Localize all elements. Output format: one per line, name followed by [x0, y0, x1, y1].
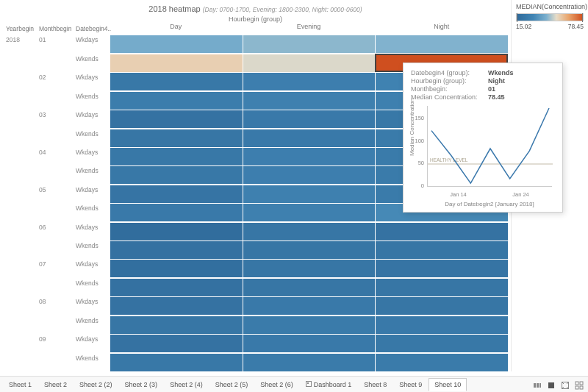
dategroup-label: Wkends	[73, 129, 110, 147]
heatmap-cell[interactable]	[110, 240, 243, 259]
dategroup-label: Wkdays	[73, 296, 110, 315]
month-label	[36, 54, 73, 72]
heatmap-cell[interactable]	[243, 259, 376, 277]
heatmap-cell[interactable]	[243, 240, 376, 259]
heatmap-cell[interactable]	[375, 35, 508, 53]
heatmap-cell[interactable]	[243, 203, 376, 221]
heatmap-cell[interactable]	[110, 35, 243, 53]
dashboard-icon	[306, 381, 312, 387]
heatmap-row	[110, 334, 508, 352]
tooltip-chart: Median Concentration 0 50 100 150 HEALTH…	[411, 104, 558, 207]
year-label	[3, 353, 36, 371]
show-filmstrip-icon[interactable]	[532, 380, 542, 390]
column-titles: Day Evening Night	[110, 23, 508, 35]
sheet-tab[interactable]: Sheet 2 (3)	[119, 378, 164, 391]
dategroup-label: Wkdays	[73, 35, 110, 53]
sheet-tab[interactable]: Sheet 10	[429, 378, 467, 391]
year-label	[3, 316, 36, 334]
dategroup-label: Wkdays	[73, 72, 110, 90]
year-label	[3, 222, 36, 240]
month-label: 05	[36, 185, 73, 203]
year-label	[3, 147, 36, 165]
heatmap-cell[interactable]	[110, 110, 243, 128]
sheet-tab[interactable]: Sheet 1	[3, 378, 37, 391]
heatmap-cell[interactable]	[110, 185, 243, 203]
heatmap-row	[110, 259, 508, 277]
heatmap-cell[interactable]	[375, 259, 508, 277]
heatmap-cell[interactable]	[243, 222, 376, 240]
month-label	[36, 91, 73, 110]
svg-rect-7	[576, 382, 578, 385]
heatmap-cell[interactable]	[243, 54, 376, 72]
heatmap-cell[interactable]	[243, 72, 376, 90]
heatmap-cell[interactable]	[375, 240, 508, 259]
month-label: 06	[36, 222, 73, 240]
heatmap-cell[interactable]	[375, 278, 508, 296]
month-label: 04	[36, 147, 73, 165]
heatmap-cell[interactable]	[110, 316, 243, 334]
svg-rect-4	[539, 383, 541, 388]
heatmap-cell[interactable]	[243, 316, 376, 334]
heatmap-cell[interactable]	[375, 296, 508, 315]
heatmap-cell[interactable]	[243, 296, 376, 315]
date-header: Datebegin4..	[73, 23, 110, 35]
month-label	[36, 129, 73, 147]
heatmap-cell[interactable]	[243, 147, 376, 165]
svg-rect-5	[548, 382, 554, 388]
heatmap-cell[interactable]	[110, 278, 243, 296]
year-label	[3, 296, 36, 315]
heatmap-cell[interactable]	[243, 110, 376, 128]
heatmap-cell[interactable]	[243, 35, 376, 53]
heatmap-cell[interactable]	[110, 296, 243, 315]
heatmap-cell[interactable]	[375, 334, 508, 352]
month-label: 03	[36, 110, 73, 128]
heatmap-row	[110, 296, 508, 315]
month-label: 07	[36, 259, 73, 277]
month-label	[36, 316, 73, 334]
heatmap-cell[interactable]	[243, 278, 376, 296]
sheet-tab[interactable]: Sheet 2 (4)	[164, 378, 209, 391]
sheet-tab[interactable]: Sheet 2 (5)	[209, 378, 254, 391]
sheet-tab[interactable]: Sheet 2	[38, 378, 73, 391]
heatmap-cell[interactable]	[110, 91, 243, 110]
heatmap-cell[interactable]	[243, 129, 376, 147]
year-label	[3, 54, 36, 72]
heatmap-cell[interactable]	[110, 334, 243, 352]
sheet-tab[interactable]: Sheet 9	[393, 378, 428, 391]
year-label	[3, 240, 36, 259]
sheet-tab[interactable]: Sheet 2 (6)	[254, 378, 299, 391]
heatmap-cell[interactable]	[375, 222, 508, 240]
heatmap-cell[interactable]	[110, 72, 243, 90]
year-label	[3, 129, 36, 147]
heatmap-cell[interactable]	[110, 165, 243, 184]
heatmap-cell[interactable]	[243, 165, 376, 184]
heatmap-cell[interactable]	[375, 353, 508, 371]
legend-gradient[interactable]	[516, 13, 584, 21]
tooltip: Datebegin4 (group):WkendsHourbegin (grou…	[403, 63, 563, 213]
sheet-tab[interactable]: Sheet 8	[358, 378, 392, 391]
fit-icon[interactable]	[574, 380, 584, 390]
heatmap-cell[interactable]	[243, 334, 376, 352]
svg-rect-10	[580, 386, 583, 389]
heatmap-cell[interactable]	[110, 353, 243, 371]
sheet-tab[interactable]: Dashboard 1	[300, 378, 358, 391]
month-header: Monthbegin	[36, 23, 73, 35]
heatmap-row	[110, 35, 508, 53]
year-label	[3, 185, 36, 203]
dategroup-label: Wkends	[73, 91, 110, 110]
month-label: 02	[36, 72, 73, 90]
month-label	[36, 353, 73, 371]
sheet-tab[interactable]: Sheet 2 (2)	[74, 378, 118, 391]
heatmap-cell[interactable]	[110, 222, 243, 240]
heatmap-cell[interactable]	[243, 91, 376, 110]
heatmap-cell[interactable]	[110, 259, 243, 277]
heatmap-cell[interactable]	[243, 185, 376, 203]
heatmap-cell[interactable]	[110, 54, 243, 72]
heatmap-cell[interactable]	[375, 316, 508, 334]
heatmap-cell[interactable]	[110, 203, 243, 221]
heatmap-cell[interactable]	[110, 129, 243, 147]
show-sheet-icon[interactable]	[546, 380, 556, 390]
heatmap-cell[interactable]	[243, 353, 376, 371]
presentation-mode-icon[interactable]	[560, 380, 570, 390]
heatmap-cell[interactable]	[110, 147, 243, 165]
